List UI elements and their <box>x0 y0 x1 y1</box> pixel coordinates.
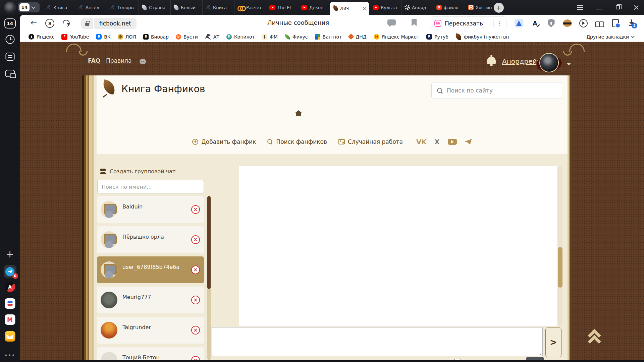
bookmark-item[interactable]: B Биовар <box>143 34 169 40</box>
youtube-icon[interactable] <box>448 139 457 145</box>
bookmark-item[interactable]: B ВК <box>96 34 111 40</box>
site-search-input[interactable] <box>447 87 556 94</box>
bookmark-item[interactable]: Фикус <box>285 34 308 40</box>
chat-name-search-input[interactable] <box>97 180 204 193</box>
create-group-chat-button[interactable]: Создать групповой чат <box>99 168 175 175</box>
message-composer-input[interactable] <box>212 327 543 356</box>
bookmark-item[interactable]: АТ <box>205 34 219 40</box>
browser-tab[interactable]: Хостин × <box>465 0 497 15</box>
chat-scrollbar-track[interactable] <box>207 196 211 360</box>
scroll-to-top-button[interactable] <box>587 331 603 348</box>
bookmark-item[interactable]: b Бусти <box>176 34 198 40</box>
sidebar-add-icon[interactable]: + <box>6 249 14 260</box>
user-menu-caret-icon[interactable] <box>567 63 571 65</box>
site-logo[interactable]: Книга Фанфиков <box>101 81 205 97</box>
close-window-icon[interactable] <box>633 5 639 10</box>
comments-icon[interactable] <box>387 19 396 25</box>
video-player-extension-icon[interactable] <box>578 18 589 28</box>
notifications-bell-icon[interactable] <box>487 57 496 64</box>
user-avatar[interactable] <box>539 53 559 72</box>
chat-scrollbar-thumb[interactable] <box>207 196 211 289</box>
bookmark-item[interactable]: ДНД <box>349 34 366 40</box>
browser-tab[interactable]: Лич × <box>330 2 369 15</box>
bookmark-item[interactable]: ФМ <box>262 34 278 40</box>
bookmark-flag-icon[interactable] <box>412 19 417 26</box>
gosuslugi-icon[interactable] <box>5 298 15 309</box>
browser-profile-avatar[interactable] <box>4 2 16 13</box>
vk-icon[interactable]: VK <box>416 138 427 146</box>
browser-tab[interactable]: Я файло × <box>433 0 465 15</box>
send-message-button[interactable]: > <box>545 327 561 357</box>
tabs-glasses-extension-icon[interactable] <box>594 18 605 28</box>
home-icon[interactable] <box>295 110 302 116</box>
chat-list-item[interactable]: user_6789f85b74e6a × <box>97 256 204 283</box>
telegram-icon[interactable] <box>465 139 472 145</box>
back-icon[interactable]: ← <box>31 18 37 27</box>
browser-tab[interactable]: Ангел × <box>75 0 107 15</box>
chat-list-item[interactable]: Пёрышко орла × <box>97 226 204 253</box>
username-link[interactable]: Анордрейк <box>502 57 541 65</box>
minimize-icon[interactable] <box>596 9 602 9</box>
screenshot-icon[interactable] <box>5 70 15 77</box>
chat-list-item[interactable]: Talgrunder × <box>97 317 204 344</box>
remove-chat-icon[interactable]: × <box>191 205 200 214</box>
spellcheck-extension-icon[interactable]: A <box>530 18 540 28</box>
retell-menu-icon[interactable]: ⋮ <box>497 20 502 26</box>
subnav-link[interactable]: Случайная работа <box>338 138 403 145</box>
mask-face-extension-icon[interactable] <box>562 18 573 28</box>
rules-link[interactable]: Правила <box>106 57 131 64</box>
history-clock-icon[interactable] <box>5 35 14 44</box>
browser-tab[interactable]: Расчет × <box>234 0 266 15</box>
messages-scrollbar-track[interactable] <box>558 166 562 326</box>
other-bookmarks-button[interactable]: Другие закладки <box>586 32 634 42</box>
browser-tab[interactable]: Культа × <box>369 0 401 15</box>
new-tab-button[interactable]: + <box>494 3 504 13</box>
bookmark-item[interactable]: фикбук (нужен вп <box>455 34 509 40</box>
privacy-shield-icon[interactable] <box>546 18 556 28</box>
browser-tab[interactable]: Топоры × <box>107 0 139 15</box>
bookmark-item[interactable]: R Рутуб <box>426 34 448 40</box>
chat-list-item[interactable]: Balduin × <box>97 196 204 223</box>
menu-icon[interactable] <box>577 5 583 10</box>
sidebar-tab-counter[interactable]: 14 <box>4 18 16 28</box>
messages-scrollbar-thumb[interactable] <box>558 247 562 288</box>
doc-edit-extension-icon[interactable] <box>610 18 621 28</box>
browser-tab[interactable]: The El × <box>266 0 298 15</box>
bookmark-item[interactable]: M Яндекс Маркет <box>374 34 420 40</box>
yandex-mail-icon[interactable] <box>5 331 15 342</box>
url-text[interactable]: ficbook.net <box>94 18 137 29</box>
sidebar-more-icon[interactable]: ••• <box>4 353 15 359</box>
browser-tab[interactable]: Декон × <box>298 0 330 15</box>
tab-close-icon[interactable]: × <box>362 6 366 11</box>
gmail-icon[interactable]: M <box>5 314 15 325</box>
address-bar[interactable]: ficbook.net <box>81 18 137 29</box>
browser-tab[interactable]: Книга × <box>202 0 234 15</box>
bookmark-item[interactable]: Яндекс <box>29 34 54 40</box>
piggy-icon[interactable] <box>140 59 146 64</box>
browser-tab[interactable]: Страна × <box>139 0 170 15</box>
bookmark-item[interactable]: Ф ЛОЛ <box>118 34 136 40</box>
browser-tab[interactable]: Анорд × <box>401 0 433 15</box>
remove-chat-icon[interactable]: × <box>191 265 200 274</box>
translator-icon[interactable]: A <box>5 282 15 292</box>
yandex-browser-icon[interactable]: Я <box>45 19 54 28</box>
subnav-link[interactable]: Поиск фанфиков <box>267 138 327 145</box>
browser-tab[interactable]: Книга × <box>43 0 75 15</box>
reload-icon[interactable] <box>63 20 70 27</box>
site-search[interactable] <box>431 82 562 99</box>
telegram-icon[interactable]: 6 <box>4 265 16 278</box>
x-icon[interactable]: X <box>435 138 440 145</box>
tab-counter[interactable]: 14 <box>18 2 40 12</box>
maximize-icon[interactable] <box>616 5 620 9</box>
bookmark-item[interactable]: Ван нот <box>315 34 342 40</box>
remove-chat-icon[interactable]: × <box>191 326 200 335</box>
remove-chat-icon[interactable]: × <box>191 356 200 360</box>
chat-list-item[interactable]: Meurig777 × <box>97 287 204 313</box>
browser-tab[interactable]: Белый × <box>170 0 202 15</box>
faq-link[interactable]: FAQ <box>88 57 100 64</box>
remove-chat-icon[interactable]: × <box>191 235 200 244</box>
remove-chat-icon[interactable]: × <box>191 296 200 304</box>
bookmark-item[interactable]: YouTube <box>61 34 89 40</box>
retell-button[interactable]: 66 Пересказать ⋮ <box>430 16 506 30</box>
subnav-link[interactable]: Добавить фанфик <box>192 138 256 145</box>
